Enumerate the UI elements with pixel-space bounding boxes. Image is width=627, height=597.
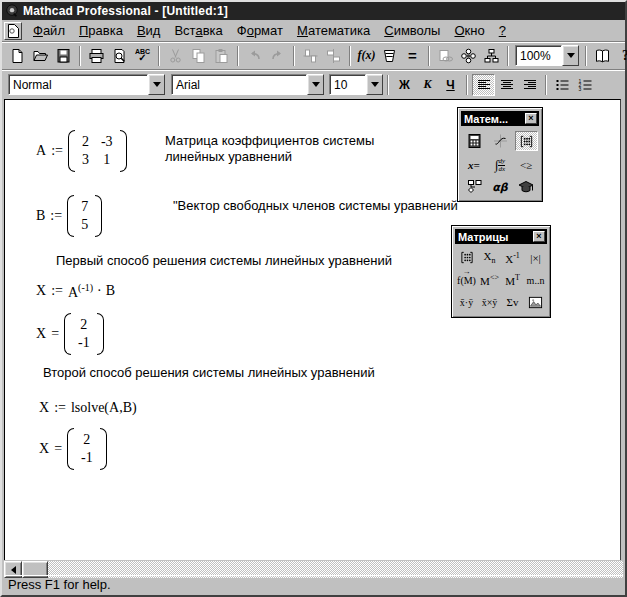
matrix-palette-button[interactable] bbox=[515, 131, 538, 151]
undo-button[interactable] bbox=[243, 45, 266, 67]
boolean-icon: <≥ bbox=[520, 159, 532, 171]
paste-button[interactable] bbox=[210, 45, 233, 67]
math-region-lsolve[interactable]: X := lsolve(A,B) bbox=[39, 400, 137, 416]
align-down-icon bbox=[325, 48, 342, 64]
font-size-dropdown-button[interactable] bbox=[366, 74, 383, 95]
spell-check-button[interactable]: ABC✓ bbox=[131, 45, 154, 67]
style-value[interactable]: Normal bbox=[8, 74, 148, 95]
symbolic-palette-button[interactable] bbox=[517, 179, 535, 195]
picture-button[interactable] bbox=[527, 295, 544, 310]
matrices-palette: Матрицы × Xn X-1 |×| f(M) M<> MT m..n x̄… bbox=[451, 225, 551, 318]
menu-insert[interactable]: Вставка bbox=[167, 21, 229, 40]
boolean-palette-button[interactable]: <≥ bbox=[520, 159, 532, 171]
chevron-down-icon bbox=[312, 82, 320, 87]
copy-button[interactable] bbox=[187, 45, 210, 67]
math-region-X-inverse[interactable]: X := A(-1) · B bbox=[36, 282, 115, 301]
menu-format[interactable]: Формат bbox=[230, 21, 290, 40]
math-region-X-result-1[interactable]: X = 2 -1 bbox=[36, 313, 104, 355]
bold-button[interactable]: Ж bbox=[393, 74, 416, 96]
align-center-button[interactable] bbox=[495, 74, 518, 96]
document-control-menu[interactable] bbox=[4, 22, 22, 40]
menu-edit[interactable]: Правка bbox=[72, 21, 130, 40]
fx-label: f(x) bbox=[358, 48, 376, 63]
font-value[interactable]: Arial bbox=[171, 74, 307, 95]
cross-product-button[interactable]: x̄×ȳ bbox=[482, 297, 498, 308]
math-palette-close-button[interactable]: × bbox=[525, 113, 537, 124]
insert-function-button[interactable]: f(x) bbox=[355, 45, 378, 67]
font-size-combobox: 10 bbox=[329, 74, 383, 95]
programming-palette-button[interactable] bbox=[466, 179, 483, 195]
italic-label: К bbox=[423, 77, 431, 92]
matrix-column-button[interactable]: M<> bbox=[480, 273, 499, 287]
inverse-icon: X-1 bbox=[505, 251, 520, 265]
new-button[interactable] bbox=[6, 45, 29, 67]
math-palette-titlebar[interactable]: Матем... × bbox=[461, 111, 539, 126]
evaluation-palette-button[interactable]: x= bbox=[468, 159, 480, 171]
menu-symbols[interactable]: Символы bbox=[377, 21, 447, 40]
matrices-palette-titlebar[interactable]: Матрицы × bbox=[455, 229, 547, 244]
menu-window[interactable]: Окно bbox=[447, 21, 491, 40]
math-region-matrix-A[interactable]: A := 2-3 31 bbox=[36, 130, 127, 172]
zoom-dropdown-button[interactable] bbox=[562, 45, 579, 66]
subscript-button[interactable]: Xn bbox=[484, 250, 496, 265]
numbered-list-button[interactable]: 123 bbox=[574, 74, 597, 96]
vector-sum-button[interactable]: Σv bbox=[507, 296, 519, 308]
evaluate-button[interactable]: = bbox=[401, 45, 424, 67]
graph-palette-button[interactable] bbox=[492, 133, 509, 149]
run-math-button[interactable] bbox=[480, 45, 503, 67]
matrices-palette-close-button[interactable]: × bbox=[533, 231, 545, 242]
graph-icon bbox=[492, 133, 509, 149]
menu-math[interactable]: Математика bbox=[290, 21, 377, 40]
help-button[interactable]: ? bbox=[614, 45, 627, 67]
calculator-palette-button[interactable] bbox=[466, 133, 483, 149]
open-button[interactable] bbox=[29, 45, 52, 67]
text-region-vector-caption[interactable]: "Вектор свободных членов системы уравнен… bbox=[173, 198, 458, 214]
font-size-value[interactable]: 10 bbox=[329, 74, 366, 95]
math-tree-icon bbox=[483, 48, 500, 64]
text-region-method2[interactable]: Второй способ решения системы линейных у… bbox=[43, 365, 375, 381]
print-preview-button[interactable] bbox=[108, 45, 131, 67]
align-left-button[interactable] bbox=[472, 74, 495, 96]
range-variable-button[interactable]: m..n bbox=[527, 275, 545, 286]
mathcad-window: Mathcad Professional - [Untitled:1] Файл… bbox=[0, 0, 627, 597]
zoom-value[interactable]: 100% bbox=[515, 45, 562, 66]
insert-unit-button[interactable] bbox=[378, 45, 401, 67]
toolbar-separator bbox=[585, 46, 587, 66]
dot-product-button[interactable]: x̄·ȳ bbox=[460, 297, 473, 308]
math-region-vector-B[interactable]: B := 7 5 bbox=[36, 195, 102, 237]
underline-button[interactable]: Ч bbox=[439, 74, 462, 96]
italic-button[interactable]: К bbox=[416, 74, 439, 96]
insert-hyperlink-button[interactable] bbox=[434, 45, 457, 67]
text-region-method1[interactable]: Первый способ решения системы линейных у… bbox=[56, 253, 392, 269]
align-across-button[interactable] bbox=[299, 45, 322, 67]
cut-button[interactable] bbox=[164, 45, 187, 67]
transpose-button[interactable]: MT bbox=[505, 273, 520, 287]
vectorize-button[interactable]: f(M) bbox=[457, 275, 476, 286]
align-right-button[interactable] bbox=[518, 74, 541, 96]
math-region-X-result-2[interactable]: X = 2 -1 bbox=[39, 428, 107, 470]
text-region-matrix-caption[interactable]: Матрица коэффициентов системы линейных у… bbox=[165, 133, 374, 165]
subscript-icon: Xn bbox=[484, 250, 496, 265]
math-palette: Матем... × x= ∫dydx <≥ αβ bbox=[457, 107, 543, 202]
zoom-combobox: 100% bbox=[515, 45, 579, 66]
resource-center-button[interactable] bbox=[591, 45, 614, 67]
print-button[interactable] bbox=[85, 45, 108, 67]
menu-view[interactable]: Вид bbox=[130, 21, 168, 40]
determinant-button[interactable]: |×| bbox=[530, 252, 541, 264]
picture-icon bbox=[527, 295, 544, 310]
menu-help[interactable]: ? bbox=[492, 21, 513, 40]
font-dropdown-button[interactable] bbox=[307, 74, 324, 95]
redo-button[interactable] bbox=[266, 45, 289, 67]
calculus-palette-button[interactable]: ∫dydx bbox=[495, 157, 505, 173]
component-wizard-button[interactable] bbox=[457, 45, 480, 67]
save-button[interactable] bbox=[52, 45, 75, 67]
worksheet-area[interactable]: A := 2-3 31 Матрица коэффициентов систем… bbox=[4, 99, 621, 560]
align-down-button[interactable] bbox=[322, 45, 345, 67]
greek-palette-button[interactable]: αβ bbox=[492, 181, 507, 194]
matrix-A: 2-3 31 bbox=[68, 130, 127, 172]
style-dropdown-button[interactable] bbox=[148, 74, 165, 95]
bullet-list-button[interactable] bbox=[551, 74, 574, 96]
menu-file[interactable]: Файл bbox=[26, 21, 72, 40]
inverse-button[interactable]: X-1 bbox=[505, 251, 520, 265]
insert-matrix-button[interactable] bbox=[459, 250, 475, 265]
